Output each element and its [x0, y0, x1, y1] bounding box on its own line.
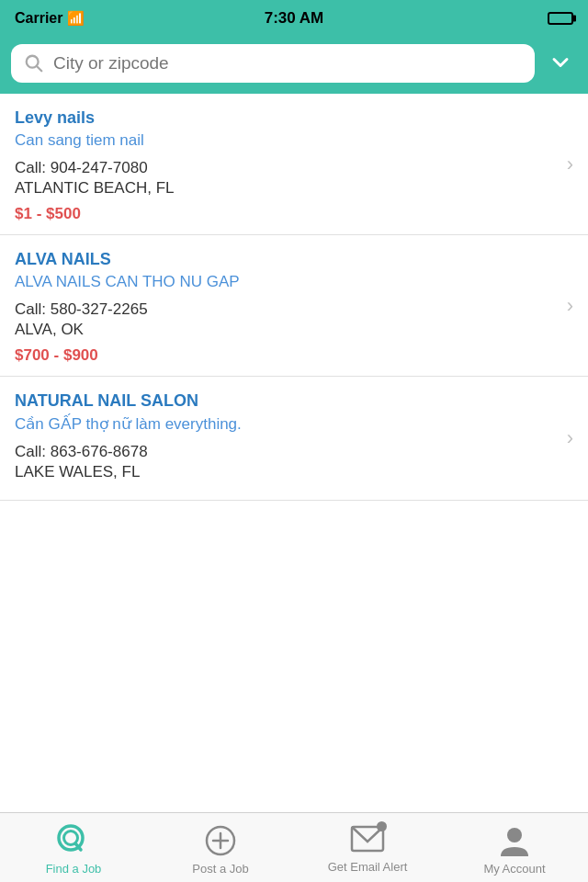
person-tab-icon: [497, 823, 532, 858]
carrier-label: Carrier 📶: [15, 10, 85, 27]
tab-my-account[interactable]: My Account: [441, 820, 588, 876]
svg-point-9: [507, 828, 522, 842]
post-job-icon: [203, 823, 238, 858]
tab-bar: Find a Job Post a Job Get Email Alert My…: [0, 812, 588, 882]
time-label: 7:30 AM: [265, 9, 324, 28]
tab-post-job-label: Post a Job: [192, 862, 248, 876]
listing-item[interactable]: ALVA NAILS ALVA NAILS CAN THO NU GAP Cal…: [0, 235, 588, 377]
listing-subtitle: ALVA NAILS CAN THO NU GAP: [15, 273, 573, 291]
listings-container: Levy nails Can sang tiem nail Call: 904-…: [0, 94, 588, 807]
listing-call: Call: 863-676-8678: [15, 443, 573, 461]
search-input[interactable]: [53, 53, 522, 74]
chevron-right-icon: ›: [567, 153, 573, 176]
tab-email-alert[interactable]: Get Email Alert: [294, 821, 441, 874]
listing-subtitle: Cần GẤP thợ nữ làm everything.: [15, 414, 573, 434]
battery-icon: [548, 12, 573, 25]
listing-item[interactable]: Levy nails Can sang tiem nail Call: 904-…: [0, 94, 588, 235]
search-tab-icon: [56, 823, 91, 858]
listing-title: NATURAL NAIL SALON: [15, 391, 573, 411]
listing-item[interactable]: NATURAL NAIL SALON Cần GẤP thợ nữ làm ev…: [0, 377, 588, 501]
status-bar: Carrier 📶 7:30 AM: [0, 0, 588, 37]
tab-email-alert-label: Get Email Alert: [328, 860, 408, 874]
search-input-wrapper[interactable]: [11, 44, 535, 83]
chevron-right-icon: ›: [567, 294, 573, 318]
wifi-icon: 📶: [67, 10, 85, 26]
search-bar: [0, 37, 588, 94]
tab-my-account-label: My Account: [483, 862, 545, 876]
chevron-down-svg: [548, 50, 573, 75]
listing-price: $1 - $500: [15, 205, 573, 223]
listing-call: Call: 580-327-2265: [15, 300, 573, 319]
tab-post-job[interactable]: Post a Job: [147, 820, 294, 876]
email-notification-dot: [377, 821, 387, 831]
listing-title: Levy nails: [15, 108, 573, 128]
listing-location: ATLANTIC BEACH, FL: [15, 179, 573, 198]
listing-location: LAKE WALES, FL: [15, 463, 573, 481]
chevron-right-icon: ›: [567, 426, 573, 450]
svg-line-1: [37, 66, 41, 71]
listing-title: ALVA NAILS: [15, 250, 573, 269]
listing-subtitle: Can sang tiem nail: [15, 131, 573, 150]
filter-chevron-button[interactable]: [544, 46, 577, 82]
listing-call: Call: 904-247-7080: [15, 159, 573, 177]
battery-area: [548, 12, 573, 25]
search-icon: [24, 53, 44, 74]
listing-location: ALVA, OK: [15, 321, 573, 339]
tab-find-job[interactable]: Find a Job: [0, 820, 147, 876]
tab-find-job-label: Find a Job: [46, 862, 102, 876]
listing-price: $700 - $900: [15, 346, 573, 365]
